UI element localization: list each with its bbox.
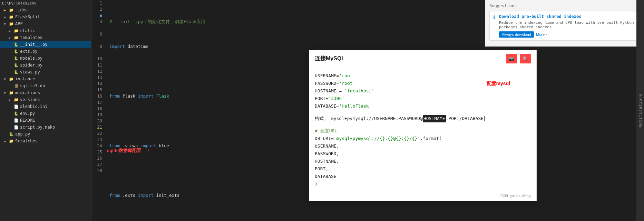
- scratches-folder-icon: 📁: [9, 138, 14, 144]
- line-num: 11: [91, 62, 102, 68]
- sidebar-item-alembic-ini[interactable]: 📄 alembic.ini: [0, 103, 91, 110]
- mysql-popup-title: 连接MySQL: [315, 55, 345, 62]
- arrow-icon: ▼: [2, 90, 8, 96]
- notifications-tab[interactable]: Notifications: [636, 0, 644, 221]
- file-spacer: [7, 69, 12, 75]
- file-spacer: [7, 83, 12, 89]
- suggestion-item: ℹ Download pre-built shared indexes Redu…: [489, 11, 640, 41]
- db-icon: 🗄: [13, 83, 19, 89]
- migrations-label: migrations: [15, 90, 40, 95]
- sidebar-item-flasksplit[interactable]: ▶ 📁 FlaskSplit: [0, 13, 91, 20]
- code-line-2: import datetime: [109, 43, 485, 50]
- line-num: 2: [91, 6, 102, 12]
- sidebar-item-views-py[interactable]: 🐍 views.py: [0, 69, 91, 76]
- mysql-db-uri-line: DB_URI='mysql+pymysql://{}:{}@{}:{}/{}'.…: [315, 135, 531, 142]
- line-num: 24: [91, 143, 102, 149]
- arrow-icon: ▼: [2, 21, 8, 27]
- line-num: 4: [91, 19, 102, 25]
- views-py-label: views.py: [20, 70, 40, 74]
- sidebar-item-scratches[interactable]: ▶ 📁 Scratches: [0, 138, 91, 144]
- ini-icon: 📄: [13, 104, 19, 109]
- sidebar-item-init-py[interactable]: 🐍 __init__.py: [0, 41, 91, 48]
- line-num: 1: [91, 0, 102, 6]
- code-line-1: # __init__.py：初始化文件、创建Flask应用: [109, 19, 485, 25]
- mysql-spacer-1: [315, 110, 531, 115]
- instance-label: instance: [15, 77, 35, 81]
- sidebar-item-migrations[interactable]: ▼ 📁 migrations: [0, 89, 91, 96]
- notifications-label: Notifications: [638, 93, 643, 128]
- line-num: 20: [91, 118, 102, 124]
- env-py-label: env.py: [20, 111, 35, 116]
- footer-credit: CSDN @Ares-Wang: [500, 194, 531, 198]
- arrow-icon: ▶: [7, 28, 12, 33]
- scratches-label: Scratches: [15, 139, 38, 143]
- popup-search-button[interactable]: 🔍: [520, 54, 531, 63]
- file-spacer: [7, 111, 12, 116]
- alembic-ini-label: alembic.ini: [20, 104, 47, 109]
- line-num: 28: [91, 168, 102, 174]
- mysql-username-line: USERNAME,: [315, 142, 531, 150]
- models-py-label: models.py: [20, 56, 42, 61]
- file-spacer: [2, 131, 8, 137]
- sqlite3-db-label: sqlite3.db: [20, 83, 45, 88]
- sidebar-item-spider-py[interactable]: 🐍 spider.py: [0, 62, 91, 69]
- idea-folder-icon: 📁: [9, 7, 14, 13]
- sidebar-item-templates[interactable]: ▶ 📁 templates: [0, 34, 91, 41]
- sidebar-item-instance[interactable]: ▼ 📁 instance: [0, 76, 91, 82]
- sidebar-item-models-py[interactable]: 🐍 models.py: [0, 55, 91, 62]
- line-num: 25: [91, 149, 102, 155]
- line-num: ●: [91, 12, 102, 19]
- suggestion-buttons: Always download More ›: [499, 31, 636, 38]
- app-folder-icon: 📁: [9, 21, 14, 27]
- line-num: 12: [91, 68, 102, 74]
- always-download-button[interactable]: Always download: [499, 31, 534, 38]
- static-folder-icon: 📁: [13, 28, 19, 33]
- versions-folder-icon: 📁: [13, 97, 19, 102]
- exts-py-icon: 🐍: [13, 49, 19, 54]
- search-icon: 🔍: [523, 56, 528, 61]
- readme-icon: 📄: [13, 118, 19, 123]
- file-spacer: [7, 62, 12, 68]
- hostname-highlight: HOSTNAME: [423, 115, 446, 122]
- sidebar-item-idea[interactable]: ▶ 📁 .idea: [0, 7, 91, 13]
- mysql-popup-content: USERNAME='root' PASSWORD='root' HOSTNAME…: [309, 67, 536, 193]
- line-num: 27: [91, 161, 102, 168]
- env-py-icon: 🐍: [13, 111, 19, 116]
- sidebar-item-versions[interactable]: ▶ 📁 versions: [0, 96, 91, 103]
- static-label: static: [20, 28, 35, 33]
- mysql-line-4: PORT='3306': [315, 95, 531, 102]
- suggestion-desc: Reduce the indexing time and CPU load wi…: [499, 20, 636, 29]
- info-icon: ℹ: [493, 14, 495, 20]
- sidebar-item-app[interactable]: ▼ 📁 APP: [0, 20, 91, 27]
- mysql-popup-header: 连接MySQL 📷 🔍: [309, 50, 536, 67]
- line-numbers: 1 2 ● 4 6 8 10 11 12 13 14 15 16 17 18 1…: [91, 0, 105, 221]
- spider-py-label: spider.py: [20, 63, 42, 68]
- file-spacer: [7, 118, 12, 123]
- line-num: 23: [91, 137, 102, 143]
- popup-photo-button[interactable]: 📷: [506, 54, 517, 63]
- mysql-line-1: USERNAME='root': [315, 72, 531, 80]
- sidebar-item-script-mako[interactable]: 📄 script.py.mako: [0, 124, 91, 131]
- sidebar-item-sqlite3-db[interactable]: 🗄 sqlite3.db: [0, 82, 91, 89]
- photo-icon: 📷: [509, 56, 514, 61]
- sidebar-item-static[interactable]: ▶ 📁 static: [0, 27, 91, 34]
- sidebar-item-readme[interactable]: 📄 README: [0, 117, 91, 124]
- sidebar-item-env-py[interactable]: 🐍 env.py: [0, 110, 91, 117]
- flasksplit-label: FlaskSplit: [15, 14, 40, 19]
- app-py-icon: 🐍: [9, 131, 14, 137]
- line-num: 10: [91, 56, 102, 62]
- file-spacer: [7, 124, 12, 130]
- models-py-icon: 🐍: [13, 56, 19, 61]
- more-button[interactable]: More ›: [536, 31, 547, 38]
- arrow-icon: ▶: [2, 138, 8, 144]
- sidebar-item-exts-py[interactable]: 🐍 exts.py: [0, 48, 91, 55]
- mysql-database-line: DATABASE: [315, 173, 531, 180]
- file-spacer: [7, 56, 12, 61]
- mysql-popup-icons: 📷 🔍: [506, 54, 531, 63]
- arrow-icon: ▼: [2, 76, 8, 82]
- mysql-spacer-2: [315, 122, 531, 127]
- sidebar-item-app-py[interactable]: 🐍 app.py: [0, 131, 91, 138]
- line-num: [91, 25, 102, 31]
- arrow-icon: ▶: [7, 97, 12, 102]
- line-num: [91, 37, 102, 43]
